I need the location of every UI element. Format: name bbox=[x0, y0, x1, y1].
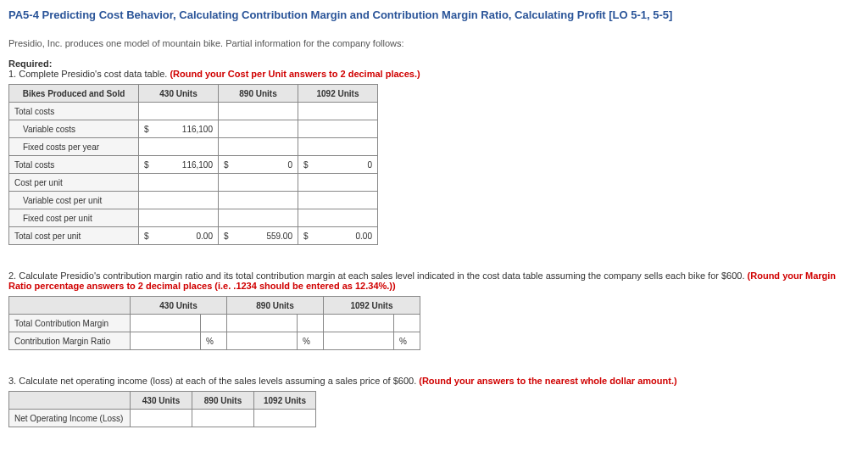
cell[interactable] bbox=[320, 120, 378, 138]
col-header-bikes: Bikes Produced and Sold bbox=[9, 85, 139, 103]
cell[interactable] bbox=[241, 209, 298, 227]
q3-instruction: 3. Calculate net operating income (loss)… bbox=[8, 376, 860, 386]
cell[interactable] bbox=[320, 209, 378, 227]
row-noi: Net Operating Income (Loss) bbox=[9, 410, 131, 427]
pct: % bbox=[298, 332, 324, 350]
col-header-1092: 1092 Units bbox=[324, 297, 420, 315]
currency: $ bbox=[219, 227, 242, 245]
cell[interactable] bbox=[192, 410, 254, 427]
cell[interactable] bbox=[320, 192, 378, 209]
col-header-890: 890 Units bbox=[227, 297, 324, 315]
cell[interactable] bbox=[161, 138, 219, 156]
row-total-cost-unit: Total cost per unit bbox=[9, 227, 139, 245]
cell[interactable] bbox=[254, 410, 316, 427]
col-header-1092: 1092 Units bbox=[298, 85, 378, 103]
col-header-430: 430 Units bbox=[139, 85, 219, 103]
cell[interactable] bbox=[161, 103, 219, 120]
pct: % bbox=[394, 332, 420, 350]
page-title: PA5-4 Predicting Cost Behavior, Calculat… bbox=[8, 8, 860, 21]
cell-tcu-430[interactable]: 0.00 bbox=[161, 227, 219, 245]
row-tcm: Total Contribution Margin bbox=[9, 315, 131, 332]
currency: $ bbox=[139, 120, 162, 138]
cell[interactable] bbox=[324, 315, 394, 332]
cell[interactable] bbox=[241, 138, 298, 156]
cell[interactable] bbox=[161, 209, 219, 227]
pct: % bbox=[201, 332, 227, 350]
cell[interactable] bbox=[131, 332, 201, 350]
cell-tc-1092[interactable]: 0 bbox=[320, 156, 378, 174]
currency: $ bbox=[298, 156, 321, 174]
cell[interactable] bbox=[241, 103, 298, 120]
contribution-margin-table: 430 Units 890 Units 1092 Units Total Con… bbox=[8, 296, 420, 350]
col-header-430: 430 Units bbox=[131, 392, 192, 410]
row-cost-per-unit: Cost per unit bbox=[9, 174, 139, 192]
cell-tc-430[interactable]: 116,100 bbox=[161, 156, 219, 174]
cell[interactable] bbox=[161, 192, 219, 209]
col-header-430: 430 Units bbox=[131, 297, 227, 315]
row-variable-costs: Variable costs bbox=[9, 120, 139, 138]
q2-instruction: 2. Calculate Presidio's contribution mar… bbox=[8, 270, 860, 291]
cell[interactable] bbox=[241, 174, 298, 192]
intro-text: Presidio, Inc. produces one model of mou… bbox=[8, 38, 860, 48]
cell[interactable] bbox=[241, 192, 298, 209]
cell-tc-890[interactable]: 0 bbox=[241, 156, 298, 174]
cell[interactable] bbox=[320, 138, 378, 156]
cell[interactable] bbox=[324, 332, 394, 350]
q1-red: (Round your Cost per Unit answers to 2 d… bbox=[170, 69, 420, 79]
cell[interactable] bbox=[320, 174, 378, 192]
row-var-cost-unit: Variable cost per unit bbox=[9, 192, 139, 209]
col-header-1092: 1092 Units bbox=[254, 392, 316, 410]
currency: $ bbox=[139, 156, 162, 174]
q3-red: (Round your answers to the nearest whole… bbox=[419, 376, 676, 386]
currency: $ bbox=[219, 156, 242, 174]
cell[interactable] bbox=[320, 103, 378, 120]
row-fixed-costs-year: Fixed costs per year bbox=[9, 138, 139, 156]
row-total-costs: Total costs bbox=[9, 103, 139, 120]
currency: $ bbox=[139, 227, 162, 245]
cell[interactable] bbox=[161, 174, 219, 192]
cell[interactable] bbox=[227, 315, 298, 332]
row-total-costs2: Total costs bbox=[9, 156, 139, 174]
row-fixed-cost-unit: Fixed cost per unit bbox=[9, 209, 139, 227]
q1-instruction: 1. Complete Presidio's cost data table. … bbox=[8, 69, 860, 79]
col-header-890: 890 Units bbox=[192, 392, 254, 410]
cell-vc-430[interactable]: 116,100 bbox=[161, 120, 219, 138]
cell[interactable] bbox=[131, 410, 192, 427]
cell[interactable] bbox=[241, 120, 298, 138]
cost-data-table: Bikes Produced and Sold 430 Units 890 Un… bbox=[8, 84, 378, 245]
cell-tcu-1092[interactable]: 0.00 bbox=[320, 227, 378, 245]
q2-text: 2. Calculate Presidio's contribution mar… bbox=[8, 270, 748, 281]
q3-text: 3. Calculate net operating income (loss)… bbox=[8, 376, 419, 386]
cell[interactable] bbox=[131, 315, 201, 332]
cell-tcu-890[interactable]: 559.00 bbox=[241, 227, 298, 245]
q1-text: 1. Complete Presidio's cost data table. bbox=[8, 69, 170, 79]
col-header-empty bbox=[9, 297, 131, 315]
col-header-890: 890 Units bbox=[219, 85, 298, 103]
net-operating-income-table: 430 Units 890 Units 1092 Units Net Opera… bbox=[8, 391, 316, 427]
row-cmr: Contribution Margin Ratio bbox=[9, 332, 131, 350]
cell[interactable] bbox=[227, 332, 298, 350]
currency: $ bbox=[298, 227, 321, 245]
col-header-empty bbox=[9, 392, 131, 410]
required-label: Required: bbox=[8, 59, 860, 69]
